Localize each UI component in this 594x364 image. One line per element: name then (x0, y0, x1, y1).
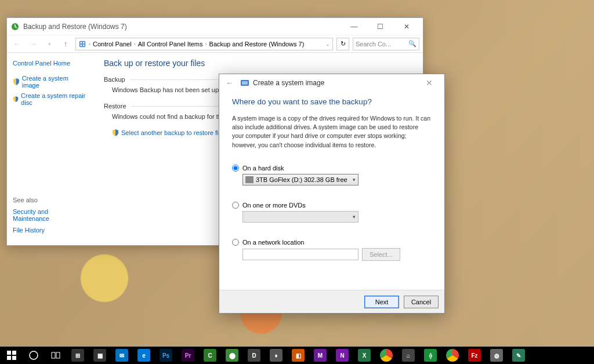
chevron-down-icon: ▾ (353, 177, 356, 183)
create-repair-disc-link[interactable]: Create a system repair disc (13, 92, 86, 106)
network-path-input[interactable] (242, 249, 358, 260)
option-dvd[interactable]: On one or more DVDs (232, 202, 432, 209)
refresh-button[interactable]: ↻ (336, 38, 349, 50)
shield-icon (112, 129, 119, 136)
taskbar-app-tool[interactable]: ✎ (508, 347, 529, 364)
next-button[interactable]: Next (364, 296, 399, 308)
taskbar-app-pin[interactable]: ◍ (486, 347, 507, 364)
disk-combo[interactable]: 3TB GoFlex (D:) 302.38 GB free ▾ (242, 174, 358, 185)
address-bar[interactable]: › Control Panel › All Control Panel Item… (75, 38, 333, 50)
taskbar-app-c[interactable]: C (200, 347, 220, 364)
svg-rect-14 (56, 352, 60, 358)
wizard-close-button[interactable]: ✕ (418, 76, 441, 90)
radio-hard-disk[interactable] (232, 165, 239, 172)
wizard-footer: Next Cancel (219, 290, 444, 313)
chevron-down-icon[interactable]: ⌄ (325, 41, 330, 47)
taskbar-excel[interactable]: X (354, 347, 375, 364)
svg-rect-13 (52, 352, 55, 358)
taskbar-chrome[interactable] (376, 347, 397, 364)
svg-rect-5 (83, 44, 85, 46)
dvd-combo: ▾ (242, 211, 358, 223)
system-image-wizard: ← Create a system image ✕ Where do you w… (219, 74, 445, 314)
svg-rect-7 (242, 81, 248, 85)
taskbar-app-bt[interactable]: ⟠ (420, 347, 441, 364)
cortana-button[interactable] (23, 347, 44, 364)
control-panel-icon (78, 40, 86, 48)
backup-icon (10, 22, 20, 31)
chevron-right-icon: › (134, 41, 136, 47)
radio-network[interactable] (232, 239, 239, 246)
svg-rect-1 (79, 41, 86, 47)
maximize-button[interactable]: ☐ (367, 19, 393, 35)
cancel-button[interactable]: Cancel (404, 296, 439, 308)
option-network[interactable]: On a network location (232, 239, 432, 246)
nav-back-button[interactable]: ← (10, 38, 23, 50)
taskbar[interactable]: ⊞ ▦ ✉ e Ps Pr C ⬤ D ♦ ◧ M N X ⌂ ⟠ Fz ◍ ✎ (0, 347, 594, 364)
wizard-title: Create a system image (253, 79, 418, 87)
taskbar-premiere[interactable]: Pr (178, 347, 198, 364)
shield-icon (13, 96, 19, 103)
disk-combo-value: 3TB GoFlex (D:) 302.38 GB free (256, 176, 347, 183)
page-heading: Back up or restore your files (104, 59, 411, 68)
task-view-button[interactable] (45, 347, 66, 364)
wizard-description: A system image is a copy of the drives r… (232, 114, 432, 150)
option-hard-disk[interactable]: On a hard disk (232, 165, 432, 172)
taskbar-app-green[interactable]: ⬤ (222, 347, 242, 364)
wizard-back-button[interactable]: ← (223, 76, 237, 90)
wizard-heading: Where do you want to save the backup? (232, 97, 432, 106)
system-image-icon (240, 78, 249, 88)
breadcrumb-mid[interactable]: All Control Panel Items (138, 41, 203, 48)
titlebar[interactable]: Backup and Restore (Windows 7) — ☐ ✕ (7, 18, 423, 35)
taskbar-app-d[interactable]: D (244, 347, 265, 364)
taskbar-filezilla[interactable]: Fz (464, 347, 485, 364)
svg-rect-4 (81, 44, 82, 46)
svg-rect-3 (83, 42, 85, 43)
nav-forward-button[interactable]: → (27, 38, 39, 50)
window-title: Backup and Restore (Windows 7) (23, 23, 341, 31)
taskbar-app-orange[interactable]: ◧ (288, 347, 309, 364)
start-button[interactable] (1, 347, 22, 364)
chevron-right-icon: › (89, 41, 90, 47)
drive-icon (245, 176, 253, 183)
breadcrumb-leaf[interactable]: Backup and Restore (Windows 7) (209, 41, 305, 48)
search-placeholder: Search Co... (356, 41, 391, 48)
nav-recent-button[interactable]: ▾ (43, 38, 56, 50)
taskbar-chrome-2[interactable] (442, 347, 463, 364)
radio-dvd[interactable] (232, 202, 239, 209)
chevron-down-icon: ▾ (353, 214, 356, 220)
see-also-heading: See also (13, 196, 86, 203)
svg-rect-8 (7, 351, 11, 355)
taskbar-edge[interactable]: e (133, 347, 154, 364)
taskbar-app-sh[interactable]: ⌂ (398, 347, 419, 364)
chevron-right-icon: › (205, 41, 207, 47)
taskbar-app-h[interactable]: ♦ (266, 347, 287, 364)
taskbar-onenote[interactable]: N (332, 347, 353, 364)
svg-point-12 (30, 351, 38, 359)
svg-rect-11 (12, 356, 16, 360)
close-button[interactable]: ✕ (393, 19, 419, 35)
security-maintenance-link[interactable]: Security and Maintenance (13, 208, 86, 222)
search-icon: 🔍 (408, 40, 416, 48)
breadcrumb-root[interactable]: Control Panel (93, 41, 132, 48)
svg-rect-2 (81, 42, 82, 43)
taskbar-calculator[interactable]: ▦ (89, 347, 110, 364)
svg-rect-9 (12, 351, 16, 355)
taskbar-store[interactable]: ⊞ (67, 347, 88, 364)
minimize-button[interactable]: — (341, 19, 367, 35)
shield-icon (13, 78, 20, 85)
create-system-image-link[interactable]: Create a system image (13, 75, 86, 89)
select-network-button[interactable]: Select... (362, 248, 400, 261)
control-panel-home-link[interactable]: Control Panel Home (13, 60, 86, 67)
search-input[interactable]: Search Co... 🔍 (353, 38, 419, 50)
sidebar: Control Panel Home Create a system image… (7, 53, 92, 245)
taskbar-app-m[interactable]: M (310, 347, 331, 364)
taskbar-photoshop[interactable]: Ps (155, 347, 176, 364)
file-history-link[interactable]: File History (13, 227, 86, 234)
address-bar-row: ← → ▾ ↑ › Control Panel › All Control Pa… (7, 35, 423, 53)
svg-rect-10 (7, 356, 11, 360)
taskbar-mail[interactable]: ✉ (111, 347, 132, 364)
nav-up-button[interactable]: ↑ (59, 38, 72, 50)
wizard-titlebar[interactable]: ← Create a system image ✕ (219, 74, 444, 92)
